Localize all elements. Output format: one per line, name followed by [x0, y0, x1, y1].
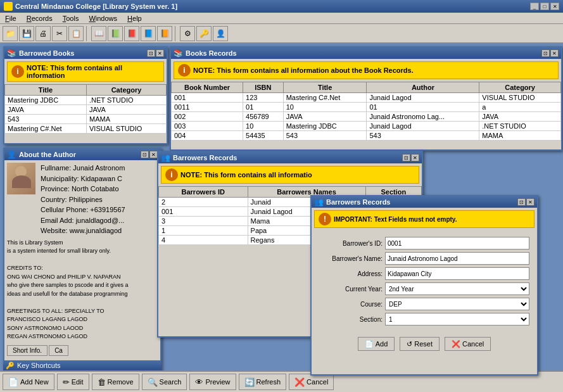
toolbar-print[interactable]: 🖨 [35, 26, 51, 41]
menu-records[interactable]: Records [24, 14, 55, 23]
remove-icon: 🗑 [98, 377, 106, 387]
about-author-window: 👤 About the Author ⊡ ✕ Fullname: Junaid … [3, 148, 161, 372]
address-input[interactable] [385, 267, 529, 280]
borrowers-close[interactable]: ✕ [411, 154, 419, 161]
add-button[interactable]: 📄 Add [358, 337, 395, 351]
borrower-id-input[interactable] [385, 237, 529, 250]
table-row[interactable]: 0011011001a [172, 103, 561, 112]
toolbar-save[interactable]: 💾 [19, 26, 34, 41]
edit-label: Edit [72, 378, 84, 386]
edit-button[interactable]: ✏ Edit [57, 374, 89, 390]
ca-button[interactable]: Ca [49, 345, 68, 356]
menu-tools[interactable]: Tools [60, 14, 82, 23]
toolbar-settings[interactable]: ⚙ [180, 26, 195, 41]
table-row[interactable]: Mastering C#.NetVISUAL STUDIO [5, 124, 167, 134]
borrowed-books-restore[interactable]: ⊡ [147, 49, 155, 57]
about-author-titlebar[interactable]: 👤 About the Author ⊡ ✕ [4, 149, 160, 160]
important-text: IMPORTANT: Text Fields must not empty. [334, 216, 457, 223]
dialog-buttons: 📄 Add ↺ Reset ❌ Cancel [312, 337, 537, 351]
toolbar-cut[interactable]: ✂ [52, 26, 67, 41]
table-row[interactable]: Mastering JDBC.NET STUDIO [5, 96, 167, 105]
refresh-button[interactable]: 🔄 Refresh [239, 374, 287, 390]
author-municipality: Municipality: Kidapawan C [41, 174, 125, 184]
cell-book-number: 001 [172, 93, 243, 103]
window-controls: _ □ ✕ [530, 3, 559, 10]
preview-button[interactable]: 👁 Preview [189, 374, 236, 390]
author-fullname: Fullname: Junaid Astronom [41, 163, 125, 174]
greetings-title: GREETINGS TO ALL: SPECIALLY TO [7, 307, 158, 316]
search-icon: 🔍 [148, 377, 158, 387]
table-row[interactable]: 00310Mastering JDBCJunaid Lagod.NET STUD… [172, 122, 561, 131]
table-row[interactable]: 002456789JAVAJunaid Astronomo Lag...JAVA [172, 112, 561, 122]
cell-id: 001 [159, 207, 248, 217]
col-borrowers-id: Barrowers ID [159, 187, 248, 198]
toolbar-key[interactable]: 🔑 [196, 26, 212, 41]
cell-book-number: 004 [172, 131, 243, 141]
toolbar-book2[interactable]: 📗 [108, 26, 123, 41]
add-new-button[interactable]: 📄 Add New [3, 374, 54, 390]
about-author-restore[interactable]: ⊡ [141, 151, 149, 158]
table-row[interactable]: 001123Mastering C#.NetJunaid LagodVISUAL… [172, 93, 561, 103]
toolbar-paste[interactable]: 📋 [68, 26, 84, 41]
key-shortcuts-label: Key Shortcuts [17, 362, 60, 369]
toolbar-book3[interactable]: 📕 [124, 26, 139, 41]
books-records-restore[interactable]: ⊡ [541, 49, 550, 57]
author-province: Province: North Cotabato [41, 184, 125, 194]
menu-windows[interactable]: Windows [86, 14, 120, 23]
table-row[interactable]: JAVAJAVA [5, 105, 167, 115]
dialog-close[interactable]: ✕ [526, 198, 535, 206]
borrowers-restore[interactable]: ⊡ [402, 154, 410, 161]
toolbar-sep2 [175, 26, 177, 41]
cancel-dialog-button[interactable]: ❌ Cancel [445, 337, 491, 351]
borrowers-banner: i NOTE: This form contains all informati… [161, 166, 419, 184]
course-select[interactable]: DEP BSIT BSCS [385, 298, 529, 310]
section-select[interactable]: 1 2 3 4 [385, 313, 529, 326]
toolbar-new[interactable]: 📁 [3, 26, 18, 41]
close-button[interactable]: ✕ [550, 3, 559, 10]
credits-text: ONG WAI CHONO and PHILIP V. NAPARAN [7, 273, 158, 282]
cell-author: 543 [367, 131, 479, 141]
cell-title: 10 [283, 103, 367, 112]
toolbar-user[interactable]: 👤 [213, 26, 228, 41]
cell-id: 3 [159, 217, 248, 226]
borrowers-records-titlebar[interactable]: 👥 Barrowers Records ⊡ ✕ [158, 152, 422, 163]
toolbar-book5[interactable]: 📙 [157, 26, 172, 41]
table-row[interactable]: 00454435543543MAMA [172, 131, 561, 141]
books-records-titlebar[interactable]: 📚 Books Records ⊡ ✕ [171, 47, 561, 59]
borrower-name-input[interactable] [385, 252, 529, 265]
cell-category: JAVA [87, 105, 167, 115]
borrowers-icon: 👥 [161, 153, 170, 162]
maximize-button[interactable]: □ [540, 3, 549, 10]
cell-title: JAVA [5, 105, 87, 115]
reset-button[interactable]: ↺ Reset [400, 337, 440, 351]
minimize-button[interactable]: _ [530, 3, 539, 10]
cell-title: 543 [5, 115, 87, 124]
cell-category: .NET STUDIO [479, 122, 561, 131]
borrowed-books-icon: 📚 [7, 49, 16, 58]
borrowed-books-titlebar[interactable]: 📚 Barrowed Books ⊡ ✕ [4, 47, 167, 59]
short-info-button[interactable]: Short Info. [7, 345, 47, 356]
remove-button[interactable]: 🗑 Remove [92, 374, 139, 390]
cancel-bottom-button[interactable]: ❌ Cancel [289, 374, 334, 390]
dialog-restore[interactable]: ⊡ [517, 198, 526, 206]
current-year-select[interactable]: 2nd Year 1st Year 3rd Year 4th Year [385, 282, 529, 295]
important-dialog-titlebar[interactable]: 👥 Barrowers Records ⊡ ✕ [312, 196, 537, 208]
search-button[interactable]: 🔍 Search [142, 374, 187, 390]
toolbar: 📁 💾 🖨 ✂ 📋 📖 📗 📕 📘 📙 ⚙ 🔑 👤 [0, 24, 563, 43]
cell-title: JAVA [283, 112, 367, 122]
cell-category: a [479, 103, 561, 112]
cancel-bottom-label: Cancel [307, 378, 328, 386]
menu-help[interactable]: Help [125, 14, 144, 23]
important-icon: ! [319, 213, 331, 225]
section-label: Section: [319, 316, 383, 323]
books-records-close[interactable]: ✕ [550, 49, 559, 57]
borrowed-books-banner-icon: i [11, 65, 24, 78]
section-row: Section: 1 2 3 4 [319, 313, 529, 326]
toolbar-book4[interactable]: 📘 [141, 26, 156, 41]
menu-file[interactable]: File [3, 14, 19, 23]
borrowed-books-close[interactable]: ✕ [156, 49, 164, 57]
table-row[interactable]: 543MAMA [5, 115, 167, 124]
important-dialog: 👥 Barrowers Records ⊡ ✕ ! IMPORTANT: Tex… [310, 195, 538, 376]
important-banner: ! IMPORTANT: Text Fields must not empty. [314, 210, 535, 228]
toolbar-book1[interactable]: 📖 [91, 26, 106, 41]
